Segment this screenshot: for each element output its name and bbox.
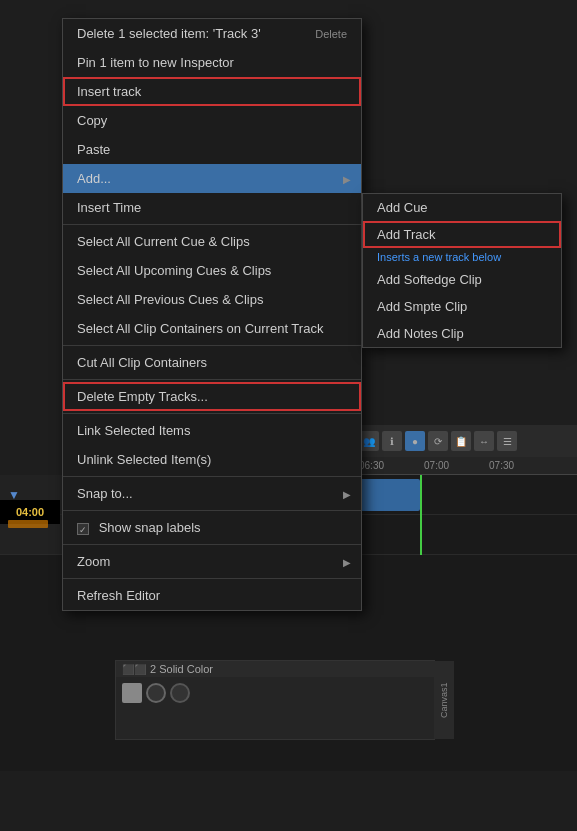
menu-item-delete-empty-label: Delete Empty Tracks... <box>77 389 208 404</box>
menu-separator-4 <box>63 413 361 414</box>
menu-separator-5 <box>63 476 361 477</box>
menu-item-show-snap[interactable]: Show snap labels <box>63 513 361 542</box>
menu-item-add[interactable]: Add... ▶ <box>63 164 361 193</box>
canvas-icons <box>116 677 434 709</box>
menu-item-select-current-label: Select All Current Cue & Clips <box>77 234 250 249</box>
menu-item-zoom[interactable]: Zoom ▶ <box>63 547 361 576</box>
ruler-mark-3: 07:30 <box>489 460 514 471</box>
menu-item-select-containers[interactable]: Select All Clip Containers on Current Tr… <box>63 314 361 343</box>
menu-item-pin[interactable]: Pin 1 item to new Inspector <box>63 48 361 77</box>
menu-item-snap-label: Snap to... <box>77 486 133 501</box>
menu-item-refresh-label: Refresh Editor <box>77 588 160 603</box>
menu-item-refresh[interactable]: Refresh Editor <box>63 581 361 610</box>
submenu-item-softedge-label: Add Softedge Clip <box>377 272 482 287</box>
menu-item-unlink[interactable]: Unlink Selected Item(s) <box>63 445 361 474</box>
track-content-2 <box>355 515 577 554</box>
menu-item-delete-empty[interactable]: Delete Empty Tracks... <box>63 382 361 411</box>
menu-item-delete-label: Delete 1 selected item: 'Track 3' <box>77 26 261 41</box>
submenu-item-add-track[interactable]: Add Track <box>363 221 561 248</box>
toolbar-icon-group[interactable]: 👥 <box>359 431 379 451</box>
menu-item-pin-label: Pin 1 item to new Inspector <box>77 55 234 70</box>
canvas-header: ⬛⬛ 2 Solid Color <box>116 661 434 677</box>
menu-item-select-upcoming-label: Select All Upcoming Cues & Clips <box>77 263 271 278</box>
menu-item-snap[interactable]: Snap to... ▶ <box>63 479 361 508</box>
playhead-marker <box>420 475 422 555</box>
zoom-arrow-icon: ▶ <box>343 556 351 567</box>
submenu-item-info: Inserts a new track below <box>363 248 561 266</box>
menu-separator-7 <box>63 544 361 545</box>
menu-separator-1 <box>63 224 361 225</box>
menu-item-copy[interactable]: Copy <box>63 106 361 135</box>
menu-item-zoom-label: Zoom <box>77 554 110 569</box>
track-content <box>355 475 577 514</box>
context-menu: Delete 1 selected item: 'Track 3' Delete… <box>62 18 362 611</box>
canvas-icon-3 <box>170 683 190 703</box>
submenu-item-notes-label: Add Notes Clip <box>377 326 464 341</box>
canvas-side-label: Canvas1 <box>434 661 454 739</box>
canvas-panel: ⬛⬛ 2 Solid Color Canvas1 <box>115 660 435 740</box>
submenu: Add Cue Add Track Inserts a new track be… <box>362 193 562 348</box>
menu-item-insert-time[interactable]: Insert Time <box>63 193 361 222</box>
menu-item-select-upcoming[interactable]: Select All Upcoming Cues & Clips <box>63 256 361 285</box>
menu-item-select-previous[interactable]: Select All Previous Cues & Clips <box>63 285 361 314</box>
toolbar-icon-refresh[interactable]: ⟳ <box>428 431 448 451</box>
menu-separator-2 <box>63 345 361 346</box>
clip-block <box>360 479 420 511</box>
submenu-item-add-track-label: Add Track <box>377 227 436 242</box>
ruler-mark-2: 07:00 <box>424 460 449 471</box>
submenu-arrow-icon: ▶ <box>343 173 351 184</box>
toolbar-icon-arrow[interactable]: ↔ <box>474 431 494 451</box>
menu-item-show-snap-label: Show snap labels <box>99 520 201 535</box>
menu-separator-3 <box>63 379 361 380</box>
submenu-item-add-cue[interactable]: Add Cue <box>363 194 561 221</box>
menu-item-copy-label: Copy <box>77 113 107 128</box>
canvas-icon-2 <box>146 683 166 703</box>
time-ruler: 06:30 07:00 07:30 <box>355 457 577 475</box>
menu-item-cut-containers-label: Cut All Clip Containers <box>77 355 207 370</box>
toolbar-icon-active[interactable]: ● <box>405 431 425 451</box>
submenu-item-smpte-label: Add Smpte Clip <box>377 299 467 314</box>
menu-item-add-label: Add... <box>77 171 111 186</box>
menu-item-link[interactable]: Link Selected Items <box>63 416 361 445</box>
menu-item-paste-label: Paste <box>77 142 110 157</box>
menu-separator-8 <box>63 578 361 579</box>
submenu-item-softedge[interactable]: Add Softedge Clip <box>363 266 561 293</box>
canvas-title: 2 Solid Color <box>150 663 213 675</box>
ruler-mark-1: 06:30 <box>359 460 384 471</box>
menu-item-select-containers-label: Select All Clip Containers on Current Tr… <box>77 321 323 336</box>
submenu-item-info-label: Inserts a new track below <box>377 251 501 263</box>
menu-separator-6 <box>63 510 361 511</box>
menu-item-delete[interactable]: Delete 1 selected item: 'Track 3' Delete <box>63 19 361 48</box>
submenu-item-smpte[interactable]: Add Smpte Clip <box>363 293 561 320</box>
menu-item-insert-time-label: Insert Time <box>77 200 141 215</box>
menu-item-unlink-label: Unlink Selected Item(s) <box>77 452 211 467</box>
menu-item-select-current[interactable]: Select All Current Cue & Clips <box>63 227 361 256</box>
menu-item-delete-shortcut: Delete <box>315 28 347 40</box>
menu-item-paste[interactable]: Paste <box>63 135 361 164</box>
toolbar-icon-info[interactable]: ℹ <box>382 431 402 451</box>
snap-arrow-icon: ▶ <box>343 488 351 499</box>
submenu-item-notes[interactable]: Add Notes Clip <box>363 320 561 347</box>
menu-item-link-label: Link Selected Items <box>77 423 190 438</box>
menu-item-insert-track-label: Insert track <box>77 84 141 99</box>
toolbar-icon-menu1[interactable]: ☰ <box>497 431 517 451</box>
menu-item-insert-track[interactable]: Insert track <box>63 77 361 106</box>
orange-marker <box>8 520 48 528</box>
top-toolbar: 👥 ℹ ● ⟳ 📋 ↔ ☰ <box>355 425 577 457</box>
menu-item-cut-containers[interactable]: Cut All Clip Containers <box>63 348 361 377</box>
toolbar-icon-clipboard[interactable]: 📋 <box>451 431 471 451</box>
time-value: 04:00 <box>16 506 44 518</box>
submenu-item-add-cue-label: Add Cue <box>377 200 428 215</box>
menu-item-select-previous-label: Select All Previous Cues & Clips <box>77 292 263 307</box>
canvas-icon-1 <box>122 683 142 703</box>
snap-checkbox <box>77 523 89 535</box>
